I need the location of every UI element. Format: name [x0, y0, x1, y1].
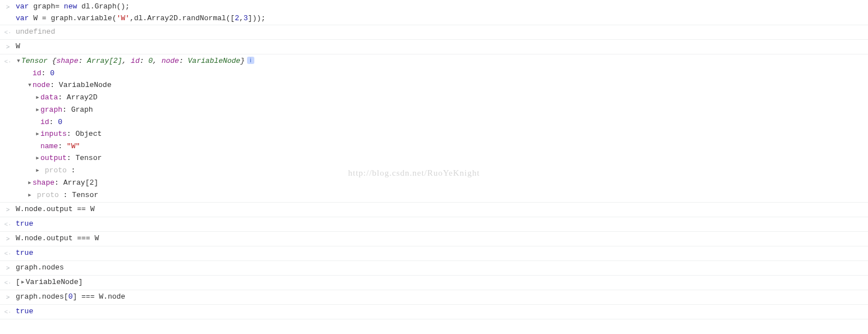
object-property-row[interactable]: node: VariableNode — [16, 79, 864, 91]
console-input-row[interactable]: >W.node.output === W — [0, 232, 868, 246]
expand-toggle-icon[interactable] — [27, 190, 33, 202]
expand-toggle-icon[interactable] — [27, 80, 33, 91]
console-input-row[interactable]: >graph.nodes — [0, 261, 868, 276]
console-input-row[interactable]: >graph.nodes[0] === W.node — [0, 290, 868, 305]
object-property-row[interactable]: data: Array2D — [16, 91, 864, 104]
console-input-code: graph.nodes — [16, 262, 868, 273]
console-output-row: <·[VariableNode] — [0, 276, 868, 290]
console-output-value: true — [16, 305, 868, 317]
prompt-icon: > — [0, 1, 16, 13]
console-output-row: <·undefined — [0, 25, 868, 40]
console-log: >var graph= new dl.Graph();var W = graph… — [0, 0, 868, 319]
console-output-row: <·Tensor {shape: Array[2], id: 0, node: … — [0, 54, 868, 203]
object-header[interactable]: Tensor {shape: Array[2], id: 0, node: Va… — [16, 55, 864, 67]
console-input-row[interactable]: >W — [0, 40, 868, 54]
prompt-icon: > — [0, 262, 16, 274]
prompt-icon: > — [0, 291, 16, 304]
expand-toggle-icon[interactable] — [35, 104, 40, 116]
console-output-object: Tensor {shape: Array[2], id: 0, node: Va… — [16, 55, 868, 202]
object-property-row[interactable]: inputs: Object — [16, 128, 864, 140]
console-input-row[interactable]: >W.node.output == W — [0, 203, 868, 217]
console-input-row[interactable]: >var graph= new dl.Graph();var W = graph… — [0, 0, 868, 25]
prompt-icon: > — [0, 203, 16, 216]
console-input-code: graph.nodes[0] === W.node — [16, 291, 868, 303]
expand-toggle-icon[interactable] — [16, 56, 21, 67]
object-property-row: id: 0 — [16, 67, 864, 79]
object-property-row[interactable]: output: Tensor — [16, 152, 864, 164]
console-output-array[interactable]: [VariableNode] — [16, 276, 868, 289]
console-input-code: var graph= new dl.Graph();var W = graph.… — [16, 1, 868, 24]
output-icon: <· — [0, 55, 16, 68]
output-icon: <· — [0, 218, 16, 231]
object-property-row[interactable]: proto : — [16, 164, 864, 177]
console-output-row: <·true — [0, 217, 868, 232]
object-property-row[interactable]: proto : Tensor — [16, 189, 864, 202]
info-icon[interactable]: i — [247, 57, 254, 64]
expand-toggle-icon[interactable] — [35, 92, 40, 104]
expand-toggle-icon[interactable] — [35, 153, 40, 164]
expand-toggle-icon[interactable] — [35, 129, 40, 140]
object-property-row[interactable]: graph: Graph — [16, 104, 864, 116]
console-output-row: <·true — [0, 305, 868, 319]
output-icon: <· — [0, 26, 16, 39]
console-output-row: <·true — [0, 246, 868, 261]
expand-toggle-icon[interactable] — [35, 165, 40, 177]
object-property-row: id: 0 — [16, 116, 864, 128]
console-output-value: true — [16, 247, 868, 259]
output-icon: <· — [0, 276, 16, 289]
console-output-value: undefined — [16, 26, 868, 38]
console-input-code: W.node.output == W — [16, 203, 868, 215]
console-input-code: W — [16, 40, 868, 52]
output-icon: <· — [0, 305, 16, 318]
object-property-row: name: "W" — [16, 140, 864, 152]
output-icon: <· — [0, 247, 16, 260]
object-property-row[interactable]: shape: Array[2] — [16, 177, 864, 189]
prompt-icon: > — [0, 232, 16, 245]
expand-toggle-icon[interactable] — [27, 177, 33, 189]
prompt-icon: > — [0, 40, 16, 53]
console-output-value: true — [16, 218, 868, 230]
console-input-code: W.node.output === W — [16, 232, 868, 244]
expand-toggle-icon[interactable] — [20, 277, 26, 289]
